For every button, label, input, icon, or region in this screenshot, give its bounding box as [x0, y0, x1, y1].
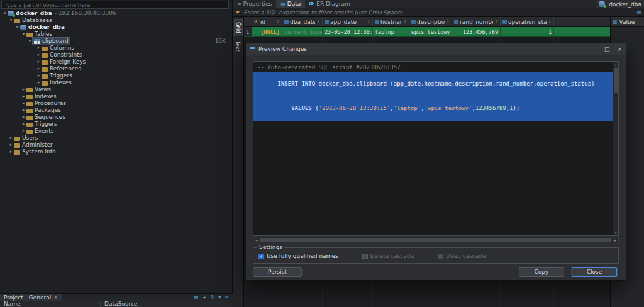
dialog-titlebar[interactable]: Preview Changes □ ×	[246, 43, 626, 55]
tree-item-views[interactable]: ▸ Views	[0, 86, 232, 93]
column-header-app-date[interactable]: app_date ↕	[323, 17, 373, 26]
chevron-right-icon[interactable]: ▸	[21, 107, 26, 114]
tree-item-triggers[interactable]: ▸ Triggers	[0, 72, 232, 79]
panels-icon[interactable]: ▦	[636, 9, 641, 15]
chevron-down-icon[interactable]: ▾	[27, 38, 33, 45]
tree-item-databases[interactable]: ▾ Databases	[0, 17, 232, 24]
chevron-right-icon[interactable]: ▸	[36, 45, 42, 52]
chevron-right-icon[interactable]: ▸	[36, 72, 42, 79]
persist-button[interactable]: Persist	[253, 267, 302, 277]
chevron-down-icon[interactable]: ▾	[14, 24, 20, 31]
close-icon[interactable]: ×	[53, 294, 58, 300]
scroll-right-icon[interactable]: ▸	[612, 238, 618, 242]
column-header-id[interactable]: id ↕	[252, 17, 282, 26]
tree-item-users[interactable]: ▸ Users	[0, 135, 232, 142]
column-header-operation-status[interactable]: operation_status ↕	[501, 17, 554, 26]
chevron-down-icon[interactable]: ▾	[21, 31, 26, 38]
tree-item-indexes[interactable]: ▸ Indexes	[0, 79, 232, 86]
cell-description[interactable]: wpis testowy	[409, 27, 452, 36]
cell-app-date[interactable]: 23-06-28 12:30:15	[323, 27, 373, 36]
sort-icon[interactable]: ↕	[367, 20, 370, 25]
sort-icon[interactable]: ↕	[548, 20, 552, 25]
cell-operation-status[interactable]: 1	[501, 27, 554, 36]
tree-item-events[interactable]: ▸ Events	[0, 128, 232, 135]
collapse-all-icon[interactable]: ▾	[218, 294, 221, 300]
tree-item-tables[interactable]: ▾ Tables	[0, 31, 232, 38]
tab-project-general[interactable]: Project - General ×	[0, 294, 62, 301]
tree-item-clipboard[interactable]: ▾ clipboard 16K	[0, 38, 232, 45]
tree-item-administer[interactable]: ▸ Administer	[0, 142, 232, 148]
column-header-hostname[interactable]: hostname ↕	[373, 17, 409, 26]
tree-item-packages[interactable]: ▸ Packages	[0, 107, 232, 114]
checkbox-use-fully-qualified-names[interactable]: ✓	[258, 254, 264, 259]
chevron-right-icon[interactable]: ▸	[36, 79, 42, 86]
chevron-right-icon[interactable]: ▸	[36, 65, 42, 72]
cell-rand-number[interactable]: 123,456,789	[452, 27, 501, 36]
tree-item-docker-dba[interactable]: ▾ docker_dba	[0, 24, 232, 31]
result-filter-bar[interactable]: Enter a SQL expression to filter results…	[233, 8, 644, 17]
column-header-datasource[interactable]: DataSource	[101, 301, 141, 307]
chevron-right-icon[interactable]: ▸	[36, 59, 42, 65]
tree-item-triggers-db[interactable]: ▸ Triggers	[0, 121, 232, 128]
sort-icon[interactable]: ↕	[316, 20, 320, 25]
tab-grid-view[interactable]: Grid	[234, 19, 243, 36]
sort-icon[interactable]: ↕	[276, 20, 280, 25]
chevron-right-icon[interactable]: ▸	[36, 52, 42, 59]
scrollbar-thumb[interactable]	[260, 238, 611, 242]
tab-properties[interactable]: ≡ Properties	[233, 0, 276, 8]
tree-item-procedures[interactable]: ▸ Procedures	[0, 100, 232, 107]
column-header-description[interactable]: description ↕	[409, 17, 452, 26]
chevron-right-icon[interactable]: ▸	[21, 86, 26, 93]
column-header-name[interactable]: Name	[0, 301, 101, 307]
close-icon[interactable]: ×	[617, 46, 622, 52]
tab-text-view[interactable]: Text	[234, 38, 242, 54]
object-search-input[interactable]	[1, 1, 229, 9]
row-number[interactable]: 1	[244, 27, 252, 36]
copy-button[interactable]: Copy	[519, 267, 564, 277]
tree-item-foreign-keys[interactable]: ▸ Foreign Keys	[0, 59, 232, 65]
scroll-down-icon[interactable]: ▾	[613, 230, 618, 235]
chevron-down-icon[interactable]: ▾	[8, 17, 14, 24]
refresh-icon[interactable]: ↻	[211, 294, 215, 300]
sort-icon[interactable]: ↕	[446, 20, 450, 25]
chevron-right-icon[interactable]: ▸	[8, 148, 14, 155]
chevron-right-icon[interactable]: ▸	[21, 128, 26, 135]
tab-data[interactable]: ▦ Data	[276, 0, 305, 8]
chevron-right-icon[interactable]: ▸	[8, 142, 14, 148]
tab-docker-dba-editor[interactable]: docker_dba	[596, 0, 644, 8]
chevron-right-icon[interactable]: ▸	[21, 93, 26, 100]
chevron-right-icon[interactable]: ▸	[8, 135, 14, 142]
cell-hostname[interactable]: laptop	[373, 27, 409, 36]
vertical-scrollbar[interactable]: ▴ ▾	[613, 62, 618, 235]
tree-item-columns[interactable]: ▸ Columns	[0, 45, 232, 52]
scroll-left-icon[interactable]: ◂	[253, 238, 260, 242]
sort-icon[interactable]: ↕	[403, 20, 407, 25]
tree-item-system-info[interactable]: ▸ System Info	[0, 148, 232, 155]
tree-item-indexes-db[interactable]: ▸ Indexes	[0, 93, 232, 100]
tree-item-connection[interactable]: ▾ docker_dba - 192.168.30.40:3306	[0, 10, 232, 17]
scrollbar-thumb[interactable]	[614, 68, 618, 93]
chevron-down-icon[interactable]: ▾	[2, 10, 8, 17]
sql-preview-editor[interactable]: -- Auto-generated SQL script #2023062813…	[253, 61, 619, 236]
close-button[interactable]: Close	[572, 267, 617, 277]
tree-item-sequences[interactable]: ▸ Sequences	[0, 114, 232, 121]
column-header-rand-number[interactable]: rand_number ↕	[452, 17, 501, 26]
cell-dba-date[interactable]: current_timestamp()	[282, 27, 323, 36]
diagram-icon[interactable]: ▦	[194, 294, 199, 300]
cell-id[interactable]: [NULL]	[252, 27, 282, 36]
tree-item-constraints[interactable]: ▸ Constraints	[0, 52, 232, 59]
add-icon[interactable]: +	[203, 294, 207, 300]
scroll-up-icon[interactable]: ▴	[613, 62, 618, 67]
maximize-icon[interactable]: □	[604, 46, 610, 52]
chevron-right-icon[interactable]: ▸	[21, 114, 26, 121]
chevron-right-icon[interactable]: ▸	[21, 121, 26, 128]
column-type-icon	[502, 20, 507, 24]
grid-corner-cell[interactable]	[244, 17, 252, 26]
tree-item-references[interactable]: ▸ References	[0, 65, 232, 72]
chevron-right-icon[interactable]: ▸	[21, 100, 26, 107]
horizontal-scrollbar[interactable]: ◂ ▸	[253, 237, 619, 243]
menu-icon[interactable]: ≡	[225, 294, 229, 300]
column-header-dba-date[interactable]: dba_date ↕	[282, 17, 323, 26]
sort-icon[interactable]: ↕	[494, 20, 498, 25]
tab-er-diagram[interactable]: ER Diagram	[305, 0, 354, 8]
